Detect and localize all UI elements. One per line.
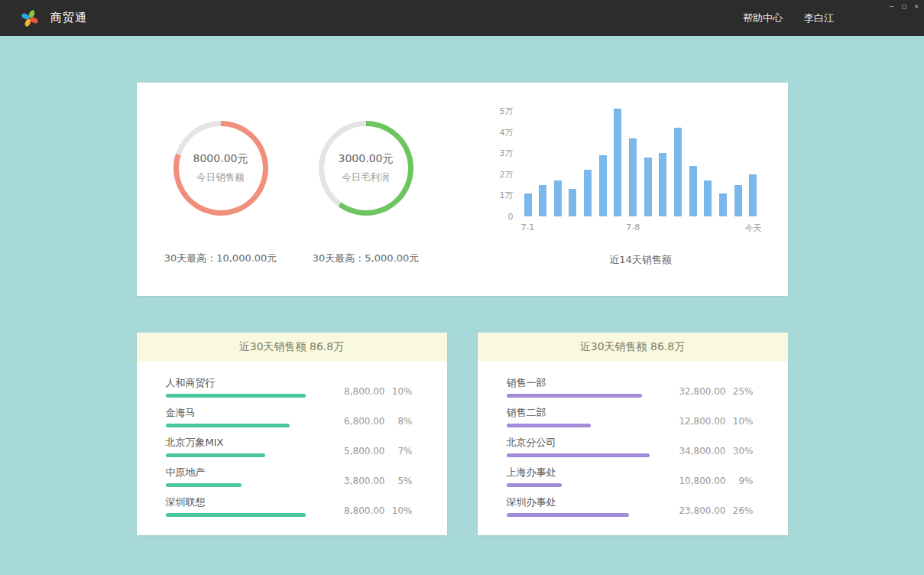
percent: 10%	[726, 416, 754, 427]
bar	[749, 174, 757, 216]
bottom-cards-row: 近30天销售额 86.8万 人和商贸行 8,800.00 10% 金海马	[137, 333, 788, 535]
maximize-icon[interactable]: ▢	[902, 2, 906, 11]
help-center-link[interactable]: 帮助中心	[743, 11, 783, 25]
username-link[interactable]: 李白江	[804, 11, 834, 25]
bar	[584, 170, 592, 216]
today-sales-value: 8000.00元	[193, 152, 248, 166]
customer-name: 中原地产	[166, 466, 309, 479]
today-sales-label: 今日销售额	[196, 171, 245, 184]
list-item: 深圳联想 8,800.00 10%	[166, 496, 413, 517]
amount: 32,800.00	[663, 386, 726, 397]
percent: 10%	[385, 505, 413, 516]
bar	[644, 158, 652, 216]
y-tick: 3万	[500, 148, 514, 159]
y-axis-labels: 5万 4万 3万 2万 1万 0	[439, 111, 524, 216]
list-item: 销售二部 12,800.00 10%	[507, 407, 754, 427]
progress-bar	[507, 513, 630, 517]
progress-bar	[166, 483, 242, 487]
percent: 30%	[726, 446, 754, 456]
minimize-icon[interactable]: —	[890, 2, 893, 11]
bar	[614, 109, 621, 216]
percent: 7%	[385, 446, 413, 456]
percent: 9%	[726, 476, 754, 486]
y-tick: 5万	[500, 106, 514, 117]
progress-bar	[507, 424, 591, 427]
percent: 8%	[385, 416, 413, 427]
main-content: 8000.00元 今日销售额 30天最高：10,000.00元 3000.00元…	[137, 83, 788, 535]
today-profit-value: 3000.00元	[339, 152, 394, 166]
amount: 3,800.00	[323, 476, 385, 486]
progress-bar	[166, 424, 290, 427]
departments-sales-card: 近30天销售额 86.8万 销售一部 32,800.00 25% 销售二部	[478, 333, 788, 535]
bar	[554, 180, 562, 216]
bar	[704, 180, 712, 216]
department-name: 上海办事处	[507, 466, 650, 479]
amount: 34,800.00	[663, 446, 726, 456]
list-item: 金海马 6,800.00 8%	[166, 407, 413, 427]
customers-card-title: 近30天销售额 86.8万	[137, 333, 447, 362]
x-axis-labels: 7-1 7-8 今天	[524, 223, 757, 235]
percent: 25%	[726, 386, 754, 397]
bar	[674, 128, 682, 216]
bar	[719, 193, 727, 216]
progress-bar	[507, 453, 650, 457]
today-profit-footnote: 30天最高：5,000.00元	[313, 252, 419, 265]
percent: 10%	[385, 386, 413, 397]
amount: 6,800.00	[323, 416, 385, 427]
bar	[629, 138, 637, 216]
customer-name: 人和商贸行	[166, 377, 309, 389]
today-sales-panel: 8000.00元 今日销售额 30天最高：10,000.00元	[148, 83, 293, 296]
amount: 8,800.00	[323, 386, 385, 397]
window-controls: — ▢ ✕	[890, 2, 919, 11]
bar-chart-plot: 7-1 7-8 今天 近14天销售额	[524, 111, 757, 296]
y-tick: 4万	[500, 126, 514, 138]
amount: 23,800.00	[663, 505, 726, 516]
progress-bar	[166, 394, 306, 398]
bar	[689, 166, 697, 216]
list-item: 北京分公司 34,800.00 30%	[507, 437, 754, 457]
progress-bar	[166, 453, 266, 457]
list-item: 中原地产 3,800.00 5%	[166, 466, 413, 487]
y-tick: 0	[508, 212, 514, 222]
topbar-links: 帮助中心 李白江	[743, 11, 924, 25]
app-title: 商贸通	[50, 11, 87, 25]
x-tick: 7-8	[626, 223, 640, 232]
customer-name: 北京万象MIX	[166, 437, 309, 449]
bar-chart-bars	[524, 111, 757, 216]
bar	[599, 155, 607, 216]
list-item: 北京万象MIX 5,800.00 7%	[166, 437, 413, 457]
departments-card-title: 近30天销售额 86.8万	[478, 333, 788, 362]
progress-bar	[166, 513, 306, 517]
app-logo-pinwheel-icon	[20, 8, 40, 28]
list-item: 销售一部 32,800.00 25%	[507, 377, 754, 398]
department-name: 销售二部	[507, 407, 650, 419]
bar-chart-caption: 近14天销售额	[524, 253, 757, 267]
customer-name: 深圳联想	[166, 496, 309, 508]
customers-list: 人和商贸行 8,800.00 10% 金海马 6,800.00	[137, 362, 447, 517]
bar	[659, 153, 666, 216]
today-sales-donut-chart: 8000.00元 今日销售额	[173, 121, 268, 216]
x-tick: 7-1	[520, 223, 534, 232]
y-tick: 2万	[500, 168, 514, 180]
bar	[539, 185, 546, 216]
amount: 12,800.00	[663, 416, 726, 427]
top-bar: 商贸通 帮助中心 李白江 — ▢ ✕	[0, 0, 924, 36]
department-name: 深圳办事处	[507, 496, 650, 508]
today-sales-footnote: 30天最高：10,000.00元	[164, 252, 277, 265]
progress-bar	[507, 483, 563, 487]
sales-bar-chart: 5万 4万 3万 2万 1万 0 7-1 7-8 今天 近14天销售额	[439, 83, 757, 296]
customer-name: 金海马	[166, 407, 309, 419]
x-tick: 今天	[745, 223, 762, 234]
departments-list: 销售一部 32,800.00 25% 销售二部 12,800.00	[478, 362, 788, 517]
department-name: 销售一部	[507, 377, 650, 389]
y-tick: 1万	[500, 190, 514, 201]
percent: 5%	[385, 476, 413, 486]
donut-center: 3000.00元 今日毛利润	[324, 126, 408, 210]
progress-bar	[507, 394, 643, 398]
today-profit-donut-chart: 3000.00元 今日毛利润	[319, 121, 413, 216]
close-icon[interactable]: ✕	[915, 2, 919, 11]
percent: 26%	[726, 505, 754, 516]
today-profit-label: 今日毛利润	[342, 171, 390, 184]
amount: 10,800.00	[663, 476, 726, 486]
amount: 8,800.00	[323, 505, 385, 516]
